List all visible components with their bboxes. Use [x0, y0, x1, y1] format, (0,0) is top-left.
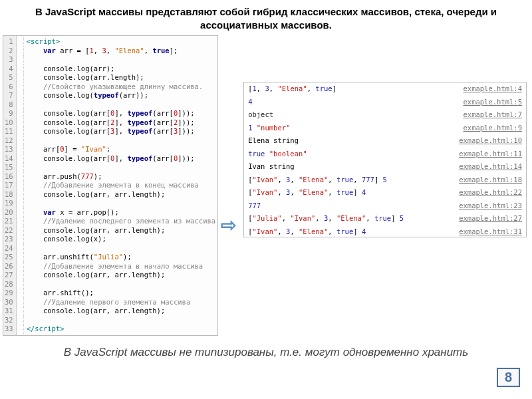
code-line: [19, 136, 215, 146]
code-line: console.log(arr.length);: [19, 73, 215, 82]
console-line: ["Julia", "Ivan", 3, "Elena", true] 5exm…: [244, 212, 526, 225]
code-line: [19, 280, 215, 289]
console-value: ["Ivan", 3, "Elena", true] 4: [248, 187, 366, 199]
fold-indicator: [19, 109, 24, 118]
fold-indicator: [19, 289, 24, 298]
line-number: 3: [5, 55, 13, 65]
slide-title: В JavaScript массивы представляют собой …: [0, 0, 532, 34]
console-source: exmaple.html:5: [463, 96, 522, 108]
fold-indicator: [19, 262, 24, 271]
code-line: //Добавление элемента в начало массива: [19, 262, 215, 271]
fold-indicator: [19, 253, 24, 262]
console-value: Ivan string: [248, 161, 295, 173]
line-number: 4: [5, 65, 13, 74]
line-number: 32: [5, 316, 13, 325]
line-number: 19: [5, 199, 13, 208]
fold-indicator: [19, 91, 24, 100]
line-number: 15: [5, 163, 13, 172]
line-number: 26: [5, 262, 13, 271]
code-line: <script>: [19, 37, 215, 47]
console-line: objectexmaple.html:7: [244, 108, 526, 122]
arrow-right-icon: ⇨: [221, 214, 236, 236]
code-line: console.log(arr[3], typeof(arr[3]));: [19, 127, 215, 136]
console-source: exmaple.html:18: [459, 174, 522, 186]
console-value: 1 "number": [248, 122, 290, 134]
line-number: 1: [5, 37, 13, 47]
code-line: console.log(arr[0], typeof(arr[0]));: [19, 154, 215, 164]
code-line: [19, 316, 215, 325]
fold-indicator: [19, 316, 24, 325]
console-value: object: [248, 109, 273, 121]
line-number: 6: [5, 82, 13, 92]
line-number: 31: [5, 307, 13, 316]
line-number: 12: [5, 136, 13, 146]
console-source: exmaple.html:27: [459, 213, 522, 225]
console-value: Elena string: [248, 135, 299, 147]
code-line: //Добавление элемента в конец массива: [19, 181, 215, 190]
fold-indicator: [19, 145, 24, 154]
console-source: exmaple.html:31: [459, 226, 522, 238]
line-number: 10: [5, 118, 13, 128]
code-line: </script>: [19, 325, 215, 334]
console-value: ["Ivan", 3, "Elena", true] 4: [248, 226, 366, 238]
line-number: 29: [5, 289, 13, 298]
code-line: [19, 163, 215, 172]
console-value: [1, 3, "Elena", true]: [248, 83, 336, 95]
fold-indicator: [19, 208, 24, 217]
code-line: console.log(arr);: [19, 65, 215, 74]
fold-indicator: [19, 47, 24, 56]
fold-indicator: [19, 73, 24, 82]
code-line: //Удаление последнего элемента из массив…: [19, 217, 215, 226]
code-line: console.log(arr, arr.length);: [19, 226, 215, 235]
line-number: 8: [5, 100, 13, 110]
line-number: 33: [5, 325, 13, 334]
fold-indicator: [19, 127, 24, 136]
fold-indicator: [19, 55, 24, 65]
code-line: //Удаление первого элемента массива: [19, 298, 215, 307]
console-value: 777: [248, 200, 261, 212]
line-number: 21: [5, 217, 13, 226]
fold-indicator: [19, 298, 24, 307]
arrow-column: ⇨: [221, 115, 241, 336]
line-number: 18: [5, 190, 13, 200]
line-number: 5: [5, 73, 13, 82]
line-number: 24: [5, 244, 13, 253]
code-line: console.log(x);: [19, 235, 215, 244]
code-line: console.log(arr, arr.length);: [19, 271, 215, 280]
fold-indicator: [19, 190, 24, 200]
console-source: exmaple.html:23: [459, 200, 522, 212]
fold-indicator: [19, 136, 24, 146]
code-line: [19, 244, 215, 253]
console-line: Elena stringexmaple.html:10: [244, 134, 526, 148]
console-line: ["Ivan", 3, "Elena", true] 4exmaple.html…: [244, 225, 526, 239]
line-number: 16: [5, 172, 13, 182]
console-line: Ivan stringexmaple.html:14: [244, 160, 526, 174]
console-line: [1, 3, "Elena", true]exmaple.html:4: [244, 82, 526, 96]
fold-indicator: [19, 100, 24, 110]
code-line: arr.unshift("Julia");: [19, 253, 215, 262]
fold-indicator: [19, 37, 24, 47]
console-source: exmaple.html:11: [459, 148, 522, 160]
main-content: 1234567891011121314151617181920212223242…: [0, 34, 532, 336]
fold-indicator: [19, 118, 24, 128]
fold-indicator: [19, 271, 24, 280]
line-number: 2: [5, 47, 13, 56]
console-source: exmaple.html:4: [463, 83, 522, 95]
line-number: 20: [5, 208, 13, 217]
code-line: console.log(arr, arr.length);: [19, 190, 215, 200]
console-line: ["Ivan", 3, "Elena", true] 4exmaple.html…: [244, 186, 526, 200]
footer-text: В JavaScript массивы не типизированы, т.…: [0, 336, 532, 360]
fold-indicator: [19, 307, 24, 316]
fold-indicator: [19, 163, 24, 172]
fold-indicator: [19, 172, 24, 182]
code-line: arr.push(777);: [19, 172, 215, 182]
console-line: ["Ivan", 3, "Elena", true, 777] 5exmaple…: [244, 174, 526, 187]
console-value: true "boolean": [248, 148, 307, 160]
fold-indicator: [19, 244, 24, 253]
line-number: 22: [5, 226, 13, 235]
line-number-gutter: 1234567891011121314151617181920212223242…: [3, 36, 17, 335]
console-line: 777exmaple.html:23: [244, 200, 526, 213]
console-line: 4exmaple.html:5: [244, 96, 526, 109]
fold-indicator: [19, 235, 24, 244]
line-number: 25: [5, 253, 13, 262]
